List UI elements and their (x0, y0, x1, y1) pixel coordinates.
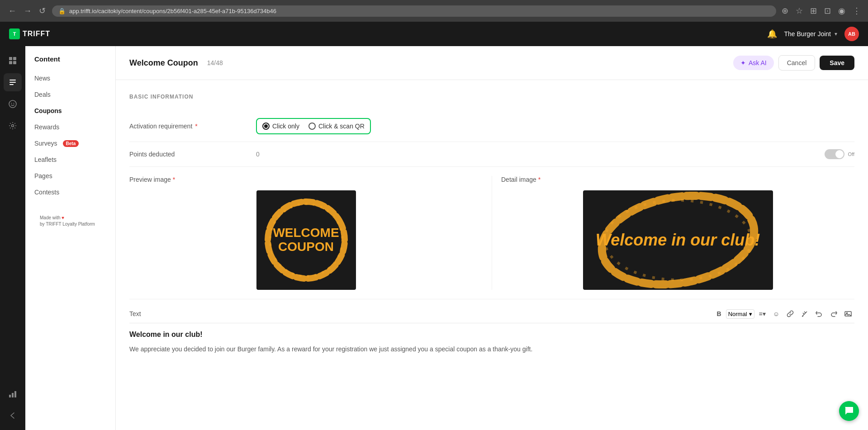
back-button[interactable]: ← (5, 5, 19, 17)
svg-rect-2 (9, 61, 12, 64)
cancel-button[interactable]: Cancel (778, 55, 816, 71)
save-button[interactable]: Save (820, 56, 854, 70)
svg-rect-11 (9, 395, 11, 397)
url-text: app.trifft.io/cacitokiy/content/coupons/… (69, 8, 276, 14)
chat-support-button[interactable] (839, 401, 859, 421)
sidebar-content-button[interactable] (4, 73, 22, 91)
bold-button[interactable]: B (714, 308, 724, 319)
redo-button[interactable] (827, 308, 840, 319)
list-icon: ≡ (759, 310, 763, 317)
toggle-switch[interactable] (825, 149, 844, 159)
sidebar-grid-button[interactable] (4, 52, 22, 70)
radio-click-scan-qr[interactable]: Click & scan QR (308, 123, 365, 130)
radio-group: Click only Click & scan QR (256, 118, 371, 134)
reload-button[interactable]: ↺ (36, 5, 48, 17)
insert-image-button[interactable] (842, 308, 854, 319)
sidebar-back-button[interactable] (4, 406, 22, 425)
ask-ai-icon: ✦ (740, 59, 746, 66)
news-label: News (34, 75, 50, 82)
images-row: Preview image * WELCOME (129, 167, 854, 299)
sidebar-emoji-button[interactable] (4, 95, 22, 113)
detail-image-section: Detail image * Welcome in our club! (492, 176, 854, 290)
points-input[interactable] (256, 151, 335, 158)
welcome-coupon-image[interactable]: WELCOME COUPON (256, 190, 356, 290)
detail-image-container: Welcome in our club! (501, 190, 854, 290)
top-navbar: T TRIFFT 🔔 The Burger Joint ▾ AB (0, 22, 868, 46)
detail-required: * (538, 176, 541, 183)
page-header-left: Welcome Coupon 14/48 (129, 58, 223, 68)
svg-rect-0 (9, 57, 12, 60)
logo-icon: T (9, 28, 20, 39)
emoji-icon: ☺ (773, 310, 779, 317)
bookmark-button[interactable]: ☆ (794, 5, 805, 17)
page-header: Welcome Coupon 14/48 ✦ Ask AI Cancel Sav… (116, 46, 868, 80)
browser-actions: ⊕ ☆ ⊞ ⊡ ◉ ⋮ (780, 5, 863, 17)
svg-rect-4 (9, 80, 16, 80)
brand-name: TRIFFT (23, 30, 50, 38)
sidebar-item-news[interactable]: News (25, 70, 115, 86)
sidebar-stats-button[interactable] (4, 385, 22, 403)
emoji-button[interactable]: ☺ (770, 308, 782, 319)
made-with-text: Made with (40, 215, 61, 220)
detail-coupon-image[interactable]: Welcome in our club! (583, 190, 773, 290)
link-button[interactable] (784, 308, 797, 319)
sidebar-footer: Made with ♥ by TRIFFT Loyalty Platform (33, 209, 108, 233)
activation-label: Activation requirement * (129, 123, 256, 130)
surveys-label: Surveys (34, 140, 57, 147)
extensions-button[interactable]: ⊞ (808, 5, 819, 17)
nav-section-title: Content (25, 55, 115, 70)
contests-label: Contests (34, 189, 59, 196)
page-counter: 14/48 (207, 59, 223, 66)
list-button[interactable]: ≡ ▾ (756, 308, 768, 319)
sidebar-item-surveys[interactable]: Surveys Beta (25, 135, 115, 151)
sidebar-item-leaflets[interactable]: Leaflets (25, 151, 115, 168)
style-selector[interactable]: Normal ▾ (726, 309, 754, 319)
ask-ai-button[interactable]: ✦ Ask AI (733, 56, 774, 70)
header-actions: ✦ Ask AI Cancel Save (733, 55, 854, 71)
clear-format-button[interactable] (798, 308, 811, 319)
editor-content[interactable]: Welcome in our club! We appreciate you d… (129, 323, 854, 361)
sidebar-item-pages[interactable]: Pages (25, 168, 115, 184)
tab-search-button[interactable]: ⊡ (822, 5, 833, 17)
required-marker: * (195, 123, 197, 130)
pages-label: Pages (34, 172, 52, 180)
activation-row: Activation requirement * Click only (129, 111, 854, 142)
forward-button[interactable]: → (21, 5, 34, 17)
address-bar[interactable]: 🔒 app.trifft.io/cacitokiy/content/coupon… (52, 5, 776, 17)
sidebar-settings-button[interactable] (4, 117, 22, 135)
preview-image-container: WELCOME COUPON (129, 190, 483, 290)
sidebar-footer-area: Made with ♥ by TRIFFT Loyalty Platform (25, 200, 115, 233)
sidebar-item-rewards[interactable]: Rewards (25, 119, 115, 135)
sidebar-bottom (4, 385, 22, 425)
svg-point-8 (11, 103, 12, 104)
menu-button[interactable]: ⋮ (851, 5, 863, 17)
heart-icon: ♥ (62, 215, 64, 220)
beta-badge: Beta (63, 140, 79, 147)
svg-point-7 (9, 100, 16, 108)
svg-rect-13 (14, 391, 16, 397)
svg-point-9 (14, 103, 14, 104)
nav-sidebar: Content News Deals Coupons Rewards Surve… (25, 46, 116, 430)
browser-nav: ← → ↺ (5, 5, 48, 17)
editor-label: Text (129, 310, 141, 317)
undo-button[interactable] (813, 308, 825, 319)
sidebar-item-contests[interactable]: Contests (25, 184, 115, 200)
zoom-button[interactable]: ⊕ (780, 5, 790, 17)
activation-control: Click only Click & scan QR (256, 118, 854, 134)
radio-click-only[interactable]: Click only (262, 123, 299, 130)
content-area: Welcome Coupon 14/48 ✦ Ask AI Cancel Sav… (116, 46, 868, 430)
deals-label: Deals (34, 91, 51, 98)
user-avatar[interactable]: AB (844, 27, 859, 41)
icon-sidebar (0, 46, 25, 430)
sidebar-item-deals[interactable]: Deals (25, 86, 115, 103)
platform-text: by TRIFFT Loyalty Platform (40, 222, 95, 227)
notification-bell-icon[interactable]: 🔔 (767, 29, 777, 39)
preview-image-label: Preview image * (129, 176, 483, 183)
sidebar-item-coupons[interactable]: Coupons (25, 103, 115, 119)
browser-chrome: ← → ↺ 🔒 app.trifft.io/cacitokiy/content/… (0, 0, 868, 22)
ask-ai-label: Ask AI (749, 59, 767, 66)
preview-required: * (173, 176, 175, 183)
profile-button[interactable]: ◉ (836, 5, 847, 17)
store-selector[interactable]: The Burger Joint ▾ (784, 30, 838, 38)
secure-icon: 🔒 (58, 8, 66, 14)
